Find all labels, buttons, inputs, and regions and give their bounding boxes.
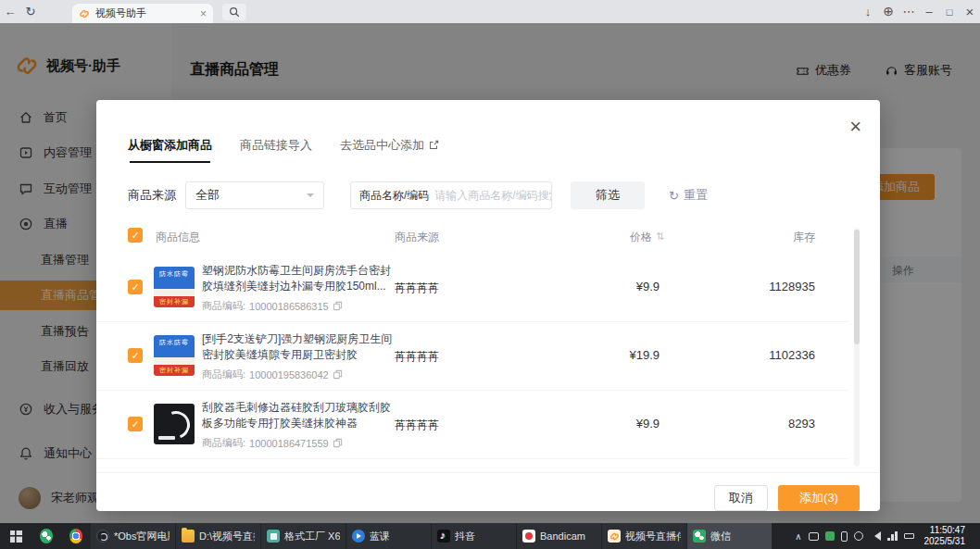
taskbar-app-label: Bandicam xyxy=(540,530,585,542)
product-thumbnail xyxy=(154,404,195,444)
select-all-checkbox[interactable] xyxy=(128,228,143,243)
refresh-icon xyxy=(669,189,679,203)
product-stock: 1102336 xyxy=(734,348,815,362)
row-checkbox[interactable] xyxy=(128,280,143,294)
tab-label: 去选品中心添加 xyxy=(340,137,424,154)
browser-tab[interactable]: 视频号助手 xyxy=(72,4,213,23)
close-icon[interactable] xyxy=(960,0,980,24)
taskbar-app-douyin[interactable]: 抖音 xyxy=(432,523,516,549)
taskbar-app-lanke[interactable]: 蓝课 xyxy=(346,523,431,549)
copy-icon[interactable] xyxy=(333,301,343,311)
row-checkbox[interactable] xyxy=(128,417,143,431)
channels-live-icon xyxy=(608,530,621,543)
search-icon[interactable] xyxy=(222,4,246,20)
tab-selection-center[interactable]: 去选品中心添加 xyxy=(340,137,439,154)
taskbar-app-label: 格式工厂 X64 ... xyxy=(284,530,340,543)
taskbar-app-wechat[interactable]: 微信 xyxy=(687,523,772,549)
page: 视频号·助手 首页 内容管理 互动管理 直播 直播管理 直播商 xyxy=(0,23,980,523)
modal-tabs: 从橱窗添加商品 商品链接导入 去选品中心添加 xyxy=(128,137,439,154)
product-code: 商品编码: 10000186471559 xyxy=(202,436,343,450)
format-factory-icon xyxy=(267,530,280,543)
bandicam-icon xyxy=(522,530,535,543)
modal-filters: 商品来源 全部 商品名称/编码 筛选 重置 xyxy=(128,181,852,209)
name-search-input[interactable] xyxy=(434,189,551,202)
product-stock: 1128935 xyxy=(734,280,815,293)
reset-button[interactable]: 重置 xyxy=(669,181,708,209)
copy-icon[interactable] xyxy=(333,438,343,448)
pinned-wechat[interactable] xyxy=(31,523,61,549)
download-icon[interactable] xyxy=(858,0,878,23)
chrome-icon xyxy=(69,529,82,543)
chevron-down-icon xyxy=(307,193,314,201)
more-icon[interactable] xyxy=(898,0,919,23)
start-button[interactable] xyxy=(0,523,31,549)
table-row: 刮胶器毛刺修边器硅胶刮刀玻璃胶刮胶板多功能专用打胶美缝抹胶神器 商品编码: 10… xyxy=(96,391,848,459)
column-stock: 库存 xyxy=(745,230,815,245)
clock-date: 2025/5/31 xyxy=(924,536,966,547)
modal-footer: 取消 添加(3) xyxy=(96,472,880,511)
row-checkbox[interactable] xyxy=(128,348,143,363)
hidden-icons-chevron[interactable] xyxy=(795,531,801,542)
tab-label: 从橱窗添加商品 xyxy=(128,137,212,154)
maximize-icon[interactable] xyxy=(939,0,960,24)
lanke-icon xyxy=(352,530,365,543)
cancel-button[interactable]: 取消 xyxy=(714,485,768,511)
source-select[interactable]: 全部 xyxy=(185,181,324,209)
pinned-chrome[interactable] xyxy=(61,523,91,549)
product-title[interactable]: 塑钢泥防水防霉卫生间厨房洗手台密封胶填缝剂美缝封边补漏专用胶150ml... xyxy=(202,263,395,295)
phone-icon[interactable] xyxy=(841,531,848,542)
column-product-source: 商品来源 xyxy=(395,230,439,245)
taskbar-app-explorer[interactable]: D:\视频号直播... xyxy=(176,523,260,549)
product-source: 苒苒苒苒 xyxy=(395,281,439,296)
taskbar-app-label: 视频号直播伴侣 xyxy=(625,530,681,543)
tab-add-from-showcase[interactable]: 从橱窗添加商品 xyxy=(128,137,212,154)
table-row: 防水防霉 密封补漏 塑钢泥防水防霉卫生间厨房洗手台密封胶填缝剂美缝封边补漏专用胶… xyxy=(96,254,848,322)
refresh-icon[interactable] xyxy=(20,0,41,23)
product-code: 商品编码: 10000195836042 xyxy=(202,368,343,381)
browser-tab-title: 视频号助手 xyxy=(95,6,195,20)
name-filter-group: 商品名称/编码 xyxy=(350,181,552,209)
taskbar-app-channels-live[interactable]: 视频号直播伴侣 xyxy=(602,523,686,549)
product-code-label: 商品编码: xyxy=(202,436,245,450)
taskbar-app-label: 抖音 xyxy=(455,530,475,543)
taskbar-app-bandicam[interactable]: Bandicam xyxy=(517,523,601,549)
taskbar-app-label: D:\视频号直播... xyxy=(199,530,255,543)
wechat-icon xyxy=(693,530,706,543)
back-icon[interactable] xyxy=(0,0,20,23)
browser-chrome: 视频号助手 xyxy=(0,0,980,23)
product-price: ¥19.9 xyxy=(571,348,660,362)
tab-close-icon[interactable] xyxy=(200,7,207,20)
security-icon[interactable] xyxy=(825,531,835,541)
windows-icon xyxy=(10,530,22,543)
network-icon[interactable] xyxy=(887,531,898,541)
product-code: 商品编码: 10000186586315 xyxy=(202,299,343,313)
taskbar-app-format-factory[interactable]: 格式工厂 X64 ... xyxy=(261,523,346,549)
product-title[interactable]: [到手2支送铲刀]强力塑钢泥厨房卫生间密封胶美缝填隙专用厨卫密封胶150M... xyxy=(202,331,395,364)
speaker-icon[interactable] xyxy=(870,531,881,541)
minimize-icon[interactable] xyxy=(919,0,939,23)
globe-icon[interactable] xyxy=(878,0,898,23)
product-code-label: 商品编码: xyxy=(202,368,245,381)
thumbnail-text: 防水防霉 xyxy=(154,269,195,279)
product-thumbnail: 防水防霉 密封补漏 xyxy=(154,267,195,307)
confirm-add-button[interactable]: 添加(3) xyxy=(778,485,860,511)
clock-time: 11:50:47 xyxy=(930,525,965,536)
sort-icon[interactable] xyxy=(656,231,664,243)
copy-icon[interactable] xyxy=(333,369,343,380)
modal-scrollbar[interactable] xyxy=(854,228,860,467)
obs-icon xyxy=(96,530,109,543)
taskbar-app-obs[interactable]: *Obs官网电脑... xyxy=(91,523,175,549)
usb-icon[interactable] xyxy=(904,533,914,539)
product-code-label: 商品编码: xyxy=(202,299,245,313)
monitor-icon[interactable] xyxy=(809,532,819,541)
source-filter-label: 商品来源 xyxy=(128,181,176,209)
tab-import-by-link[interactable]: 商品链接导入 xyxy=(240,137,312,154)
product-title[interactable]: 刮胶器毛刺修边器硅胶刮刀玻璃胶刮胶板多功能专用打胶美缝抹胶神器 xyxy=(202,400,395,432)
scrollbar-thumb[interactable] xyxy=(854,230,860,344)
modal-close-icon[interactable] xyxy=(849,117,861,137)
taskbar-clock[interactable]: 11:50:47 2025/5/31 xyxy=(921,525,974,547)
filter-button[interactable]: 筛选 xyxy=(571,181,645,209)
product-source: 苒苒苒苒 xyxy=(395,418,439,433)
display-icon[interactable] xyxy=(854,531,863,541)
taskbar-app-label: 蓝课 xyxy=(370,530,390,543)
